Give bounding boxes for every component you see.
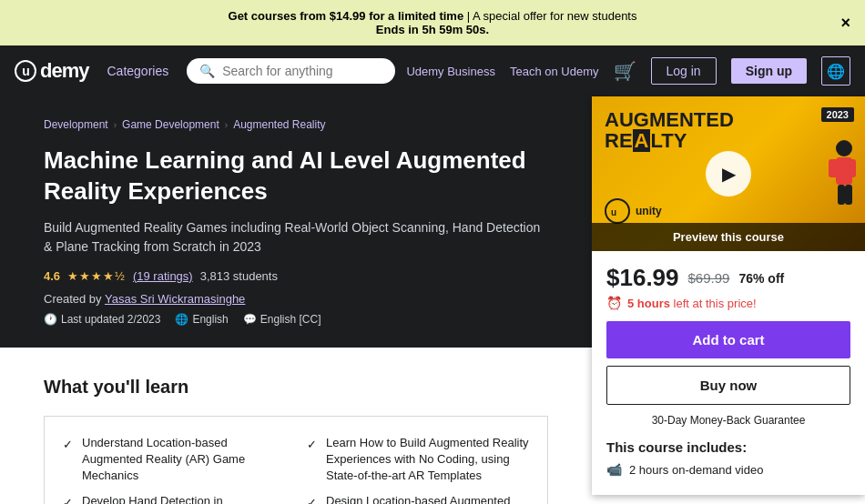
search-input[interactable] (222, 64, 382, 78)
unity-logo-area: u unity (605, 198, 662, 224)
check-icon-2: ✓ (307, 437, 317, 453)
includes-video-text: 2 hours on-demand video (629, 463, 763, 477)
learn-item-3: ✓ Develop Hand Detection in Augmented Re… (63, 493, 285, 504)
clock-icon: 🕐 (44, 313, 57, 326)
promo-banner: Get courses from $14.99 for a limited ti… (0, 0, 865, 45)
video-icon: 📹 (606, 462, 622, 477)
search-bar: 🔍 (187, 58, 395, 84)
svg-point-2 (836, 140, 852, 156)
preview-ar-text: AUGMENTEDREALTY (605, 109, 810, 151)
unity-icon: u (605, 198, 630, 224)
timer-row: ⏰ 5 hours left at this price! (606, 296, 850, 310)
breadcrumb-development[interactable]: Development (44, 118, 108, 131)
rating-stars: ★★★★½ (67, 269, 126, 283)
cc-icon: 💬 (243, 313, 257, 326)
price-current: $16.99 (606, 264, 679, 292)
svg-rect-4 (829, 159, 838, 177)
learn-item-4: ✓ Design Location-based Augmented Realit… (307, 493, 529, 504)
year-badge: 2023 (821, 107, 854, 122)
course-title: Machine Learning and AI Level Augmented … (44, 146, 543, 207)
breadcrumb-game-dev[interactable]: Game Development (122, 118, 219, 131)
card-body: $16.99 $69.99 76% off ⏰ 5 hours left at … (592, 251, 865, 495)
site-header: u demy Categories 🔍 Udemy Business Teach… (0, 45, 865, 96)
author-prefix: Created by (44, 292, 102, 306)
learn-text-1: Understand Location-based Augmented Real… (82, 435, 285, 485)
learn-section-title: What you'll learn (44, 377, 548, 398)
timer-suffix: left at this price! (674, 297, 757, 310)
includes-title: This course includes: (606, 439, 850, 455)
bottom-section: What you'll learn ✓ Understand Location-… (0, 348, 592, 504)
guarantee-text: 30-Day Money-Back Guarantee (606, 414, 850, 427)
captions-text: English [CC] (260, 313, 321, 326)
add-to-cart-button[interactable]: Add to cart (606, 321, 850, 358)
last-updated-text: Last updated 2/2023 (61, 313, 160, 326)
alarm-icon: ⏰ (606, 296, 622, 310)
rating-row: 4.6 ★★★★½ (19 ratings) 3,813 students (44, 269, 543, 283)
learn-item-1: ✓ Understand Location-based Augmented Re… (63, 435, 285, 485)
play-button[interactable]: ▶ (706, 151, 751, 197)
svg-point-0 (606, 199, 629, 223)
unity-text: unity (636, 205, 662, 217)
login-button[interactable]: Log in (651, 57, 717, 85)
author-row: Created by Yasas Sri Wickramasinghe (44, 292, 543, 306)
logo-text: demy (40, 59, 88, 83)
udemy-logo[interactable]: u demy (15, 59, 88, 83)
banner-close-button[interactable]: × (840, 14, 850, 33)
check-icon-4: ✓ (307, 495, 317, 504)
meta-row: 🕐 Last updated 2/2023 🌐 English 💬 Englis… (44, 313, 543, 326)
includes-video: 📹 2 hours on-demand video (606, 462, 850, 477)
teach-link[interactable]: Teach on Udemy (510, 65, 599, 78)
logo-u-icon: u (15, 60, 36, 82)
check-icon-1: ✓ (63, 437, 73, 453)
main-wrapper: Development › Game Development › Augment… (0, 96, 865, 348)
svg-rect-7 (845, 185, 852, 205)
check-icon-3: ✓ (63, 495, 73, 504)
language-meta: 🌐 English (175, 313, 228, 326)
rating-count[interactable]: (19 ratings) (133, 269, 193, 283)
learn-item-2: ✓ Learn How to Build Augmented Reality E… (307, 435, 529, 485)
course-info: Development › Game Development › Augment… (0, 96, 565, 348)
learn-text-4: Design Location-based Augmented Reality … (326, 493, 529, 504)
captions-meta: 💬 English [CC] (243, 313, 321, 326)
preview-label: Preview this course (592, 223, 865, 251)
course-subtitle: Build Augmented Reality Games including … (44, 218, 543, 257)
svg-rect-5 (847, 159, 856, 177)
price-discount: 76% off (738, 271, 784, 286)
character-figure (812, 139, 858, 215)
svg-rect-6 (838, 185, 845, 205)
udemy-business-link[interactable]: Udemy Business (406, 65, 495, 78)
banner-text: Get courses from $14.99 for a limited ti… (229, 9, 637, 36)
rating-score: 4.6 (44, 269, 60, 283)
cart-icon[interactable]: 🛒 (614, 60, 636, 82)
signup-button[interactable]: Sign up (731, 58, 807, 84)
timer-text: 5 hours left at this price! (627, 297, 757, 310)
language-text: English (192, 313, 228, 326)
buy-now-button[interactable]: Buy now (606, 366, 850, 405)
student-count: 3,813 students (200, 269, 278, 283)
price-original: $69.99 (688, 270, 730, 286)
breadcrumb-sep-2: › (225, 120, 228, 130)
price-row: $16.99 $69.99 76% off (606, 264, 850, 292)
header-links: Udemy Business Teach on Udemy 🛒 Log in S… (406, 56, 850, 86)
course-preview[interactable]: AUGMENTEDREALTY u unity 2023 (592, 96, 865, 251)
character-svg (812, 139, 858, 212)
learn-text-3: Develop Hand Detection in Augmented Real… (82, 493, 285, 504)
search-icon: 🔍 (199, 64, 215, 78)
categories-button[interactable]: Categories (99, 60, 176, 82)
author-link[interactable]: Yasas Sri Wickramasinghe (105, 292, 245, 306)
last-updated: 🕐 Last updated 2/2023 (44, 313, 160, 326)
breadcrumb-current: Augmented Reality (233, 118, 325, 131)
learn-grid: ✓ Understand Location-based Augmented Re… (44, 416, 548, 504)
timer-hours: 5 hours (627, 297, 670, 310)
course-card: AUGMENTEDREALTY u unity 2023 (592, 96, 865, 495)
learn-section: What you'll learn ✓ Understand Location-… (44, 377, 548, 504)
breadcrumb-sep-1: › (114, 120, 117, 130)
breadcrumb: Development › Game Development › Augment… (44, 118, 543, 131)
globe-meta-icon: 🌐 (175, 313, 188, 326)
svg-text:u: u (611, 207, 616, 217)
learn-text-2: Learn How to Build Augmented Reality Exp… (326, 435, 529, 485)
language-button[interactable]: 🌐 (821, 56, 850, 86)
